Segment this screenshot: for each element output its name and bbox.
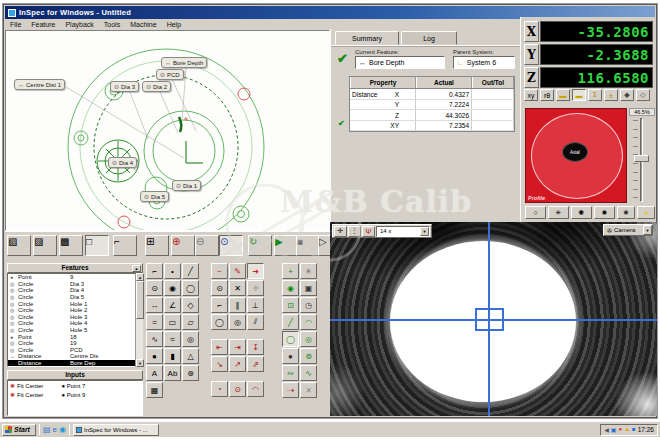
magnification-dropdown[interactable]: 14 x ▼ [376, 226, 430, 237]
vision-timer[interactable]: ◷ [300, 297, 317, 313]
dro-polar-button[interactable]: rθ [540, 89, 554, 101]
current-feature-box[interactable]: ↔ Bore Depth [355, 56, 445, 69]
fit-points-arc[interactable]: ⇥ [229, 339, 246, 355]
probe-move[interactable]: ➜ [247, 263, 264, 279]
quicklaunch-browser-icon[interactable]: e [53, 425, 57, 434]
cad-label-dia-4[interactable]: ⊙Dia 4 [108, 157, 137, 168]
chevron-down-icon[interactable]: ▼ [643, 225, 652, 235]
menu-machine[interactable]: Machine [125, 20, 161, 29]
vision-square[interactable]: ⊡ [282, 297, 299, 313]
feature-row-18[interactable]: ●Point18 [8, 333, 142, 340]
tool-parallel[interactable]: = [146, 314, 163, 330]
move-feature-3[interactable]: ⇗ [247, 356, 264, 372]
cad-label-dia-1[interactable]: ⊙Dia 1 [172, 180, 201, 191]
joystick-mode-gear2-button[interactable]: ✹ [594, 206, 615, 219]
tool-sphere[interactable]: ● [146, 348, 163, 364]
view-wire-button[interactable]: ▩ [59, 235, 83, 256]
input-row[interactable]: ✱Fit Center● Point 9 [8, 390, 142, 399]
cad-label-dia-5[interactable]: ⊙Dia 5 [140, 191, 169, 202]
joystick-pad[interactable]: Axial Profile [525, 108, 627, 203]
result-row-1[interactable]: DistanceX0.4327 [350, 89, 514, 100]
start-button[interactable]: Start [2, 424, 36, 436]
joystick-mode-gear1-button[interactable]: ✺ [571, 206, 592, 219]
feature-row-hole-2[interactable]: ◎CircleHole 2 [8, 307, 142, 314]
feature-row-19[interactable]: ◎Circle19 [8, 340, 142, 347]
cad-label-bore-depth[interactable]: ↔Bore Depth [161, 57, 207, 68]
construct-ring[interactable]: ◎ [229, 314, 246, 330]
tool-calculator[interactable]: ▦ [146, 382, 163, 398]
camera-pan-button[interactable]: ✛ [334, 226, 347, 237]
results-table[interactable]: Property Actual Out/Tol DistanceX0.4327Y… [349, 76, 515, 132]
menu-feature[interactable]: Feature [26, 20, 60, 29]
camera-view[interactable]: ✛⋮Ψ 14 x ▼ ✇ Camera ▼ [330, 222, 657, 416]
features-collapse-button[interactable]: ▲ [132, 265, 141, 272]
tool-angle[interactable]: ∠ [164, 297, 181, 313]
edge-ellipse[interactable]: ◯ [282, 331, 299, 347]
scroll-thumb[interactable] [136, 281, 144, 319]
view-plain-button[interactable]: □ [85, 235, 109, 256]
input-row[interactable]: ✱Fit Center● Point 7 [8, 381, 142, 390]
zoom-region-button[interactable]: ⊞ [145, 235, 169, 256]
disable-cross[interactable]: ✕ [300, 382, 317, 398]
quicklaunch-media-icon[interactable]: ◉ [59, 425, 66, 434]
speed-slider-handle[interactable] [634, 155, 649, 162]
feature-row-hole-3[interactable]: ◎CircleHole 3 [8, 314, 142, 321]
probe-touch[interactable]: ✎ [229, 263, 246, 279]
construct-ellipse[interactable]: ◯ [211, 314, 228, 330]
feature-row-pcd[interactable]: ◎CirclePCD [8, 347, 142, 354]
tray-app-red-icon[interactable]: ● [619, 426, 623, 433]
axis-y-button[interactable]: Y [524, 44, 539, 65]
construct-perpendicular[interactable]: ⊥ [247, 297, 264, 313]
run-play-button[interactable]: ▶ [274, 235, 298, 256]
feature-row-9[interactable]: ●Point9 [8, 274, 142, 281]
menu-help[interactable]: Help [162, 20, 186, 29]
view-iso-button[interactable]: ▧ [7, 235, 31, 256]
zoom-out-button[interactable]: ⊖ [195, 235, 219, 256]
fit-points-circle[interactable]: ↧ [247, 339, 264, 355]
edge-line[interactable]: ╱ [282, 314, 299, 330]
construct-circle[interactable]: ⊙ [211, 280, 228, 296]
dro-probe-a-button[interactable]: ◆ [620, 89, 634, 101]
tool-plane[interactable]: ◇ [182, 297, 199, 313]
parent-system-box[interactable]: ∟ System 6 [453, 56, 515, 69]
inputs-list[interactable]: ✱Fit Center● Point 7✱Fit Center● Point 9 [7, 380, 143, 416]
tool-circle[interactable]: ⊙ [146, 280, 163, 296]
dro-cartesian-button[interactable]: xy [524, 89, 538, 101]
feature-row-hole-5[interactable]: ◎CircleHole 5 [8, 327, 142, 334]
feature-row-hole-4[interactable]: ◎CircleHole 4 [8, 320, 142, 327]
scroll-up-button[interactable]: ▲ [136, 273, 144, 281]
move-feature-2[interactable]: ↗ [229, 356, 246, 372]
tool-distance[interactable]: ↔ [146, 297, 163, 313]
edge-ellipse-2[interactable]: ◎ [300, 331, 317, 347]
joystick-mode-circle-button[interactable]: ○ [525, 206, 546, 219]
vision-add-point[interactable]: + [282, 263, 299, 279]
tool-text[interactable]: A [146, 365, 163, 381]
feature-row-dia-3[interactable]: ◎CircleDia 3 [8, 281, 142, 288]
tool-cylinder[interactable]: ▮ [164, 348, 181, 364]
tab-log[interactable]: Log [401, 31, 457, 45]
tool-cone[interactable]: △ [182, 348, 199, 364]
gauge-arc[interactable]: ◔ [211, 381, 228, 397]
construct-datum[interactable]: ⌐ [211, 297, 228, 313]
tool-line[interactable]: ╱ [182, 263, 199, 279]
dro-preset-button[interactable]: ± [604, 89, 618, 101]
cad-label-pcd[interactable]: ⊙PCD [156, 69, 184, 80]
axis-z-button[interactable]: Z [524, 67, 539, 88]
vision-image[interactable]: ▣ [300, 280, 317, 296]
feature-row-dia-4[interactable]: ◎CircleDia 4 [8, 287, 142, 294]
cad-view[interactable]: ↔Bore Depth⊙PCD⊙Dia 3⊙Dia 2↔Centre Dist … [5, 30, 330, 231]
construct-intersect[interactable]: ✕ [229, 280, 246, 296]
feature-row-dia-5[interactable]: ◎CircleDia 5 [8, 294, 142, 301]
edge-spiral[interactable]: ⊚ [300, 348, 317, 364]
cad-label-dia-3[interactable]: ⊙Dia 3 [110, 81, 139, 92]
tray-display-icon[interactable]: ▣ [611, 426, 617, 433]
joystick-enable-button[interactable]: ● [637, 206, 655, 219]
menu-file[interactable]: File [5, 20, 26, 29]
construct-parallel[interactable]: ∥ [229, 297, 246, 313]
cad-label-centre-dist-1[interactable]: ↔Centre Dist 1 [14, 79, 65, 90]
run-loop-button[interactable]: ↻ [248, 235, 272, 256]
result-row-4[interactable]: XY7.2354 [350, 121, 514, 132]
camera-crosshair-button[interactable]: ⋮ [348, 226, 361, 237]
menu-tools[interactable]: Tools [99, 20, 125, 29]
tool-torus[interactable]: ◎ [182, 331, 199, 347]
